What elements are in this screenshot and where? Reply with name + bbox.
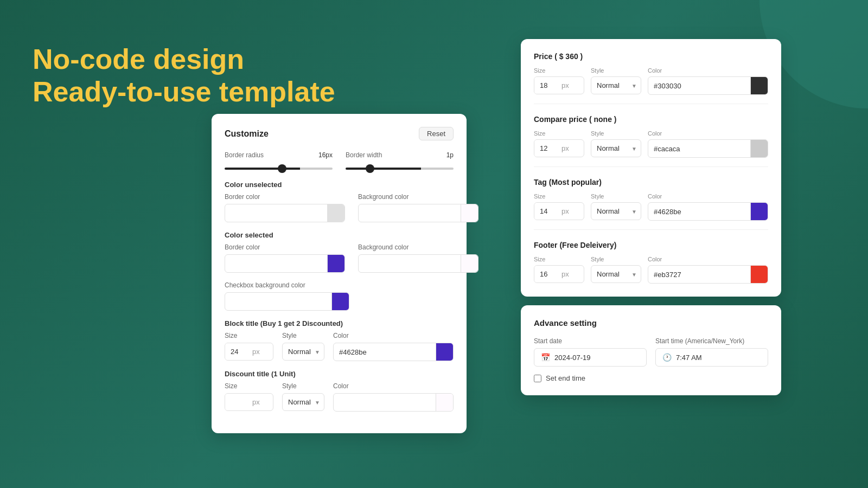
typo-title-tag: Tag (Most popular) [534, 178, 768, 187]
bg-color-unselected-text[interactable]: #fefafe [359, 205, 461, 222]
bg-color-unselected-swatch[interactable] [461, 204, 478, 222]
divider [534, 166, 768, 167]
typo-style-select-compare_price[interactable]: NormalBoldItalic [591, 139, 641, 157]
discount-style-wrapper: Normal Bold Italic ▼ [282, 393, 324, 411]
typo-style-col-compare_price: StyleNormalBoldItalic▼ [591, 130, 641, 157]
border-width-slider[interactable] [346, 168, 454, 170]
typo-row-tag: SizepxStyleNormalBoldItalic▼Color [534, 193, 768, 221]
start-time-value: 7:47 AM [676, 354, 702, 362]
block-title-size-text[interactable] [225, 343, 252, 360]
hero-section: No-code design Ready-to-use template [33, 43, 335, 108]
hero-line1: No-code design [33, 43, 335, 76]
start-date-input[interactable]: 📅 2024-07-19 [534, 348, 647, 367]
border-color-unselected-text[interactable]: #e0e0e0 [225, 205, 327, 222]
advance-row: Start date 📅 2024-07-19 Start time (Amer… [534, 337, 768, 367]
color-selected-row: Border color #4628be Background color #f… [225, 243, 454, 273]
discount-size-group: Size px [225, 382, 273, 411]
typo-size-text-tag[interactable] [534, 203, 561, 220]
discount-size-input: px [225, 393, 273, 411]
reset-button[interactable]: Reset [419, 127, 454, 140]
typo-size-text-price[interactable] [534, 77, 561, 94]
typo-style-select-price[interactable]: NormalBoldItalic [591, 76, 641, 94]
block-title-color-text[interactable] [334, 344, 436, 361]
checkbox-bg-label: Checkbox background color [225, 281, 454, 289]
block-title-color-swatch[interactable] [436, 343, 453, 361]
typo-style-select-tag[interactable]: NormalBoldItalic [591, 202, 641, 220]
typo-style-col-price: StyleNormalBoldItalic▼ [591, 67, 641, 94]
advance-title: Advance setting [534, 318, 768, 328]
hero-line2: Ready-to-use template [33, 76, 335, 108]
typo-color-col-tag: Color [648, 193, 768, 221]
typo-color-input-tag [648, 202, 768, 221]
set-end-time-checkbox[interactable] [534, 375, 541, 382]
typo-color-swatch-compare_price[interactable] [750, 140, 768, 157]
border-color-label: Border color [225, 193, 345, 201]
checkbox-bg-swatch[interactable] [331, 293, 349, 310]
discount-px: px [252, 394, 264, 410]
border-color-selected-swatch[interactable] [327, 255, 344, 272]
typo-size-text-footer[interactable] [534, 266, 561, 282]
bg-color-unselected-input: #fefafe [358, 204, 478, 222]
calendar-icon: 📅 [541, 353, 550, 362]
checkbox-bg-text[interactable]: #4628be [225, 293, 331, 310]
typo-color-swatch-footer[interactable] [750, 266, 768, 283]
typo-section-footer: Footer (Free Deleivery)SizepxStyleNormal… [534, 241, 768, 284]
border-radius-slider[interactable] [225, 168, 333, 170]
block-title-style-label: Style [282, 332, 324, 339]
discount-color-swatch[interactable] [436, 394, 453, 411]
typo-color-text-footer[interactable] [648, 266, 750, 283]
bg-color-selected-text[interactable]: #fefafe [359, 255, 461, 272]
color-unselected-row: Border color #e0e0e0 Background color #f… [225, 193, 454, 222]
border-color-unselected-swatch[interactable] [327, 204, 344, 222]
border-color-unselected-input: #e0e0e0 [225, 204, 345, 222]
divider [534, 104, 768, 104]
start-time-label: Start time (America/New_York) [655, 337, 768, 345]
panel-header: Customize Reset [225, 127, 454, 140]
border-radius-label: Border radius 16px [225, 151, 333, 159]
block-title-label: Block title (Buy 1 get 2 Discounted) [225, 319, 454, 328]
discount-style-select[interactable]: Normal Bold Italic [282, 393, 324, 411]
typo-color-text-tag[interactable] [648, 203, 750, 220]
typo-row-price: SizepxStyleNormalBoldItalic▼Color [534, 67, 768, 95]
hero-line2-highlight: template [219, 76, 335, 107]
typo-color-col-price: Color [648, 67, 768, 95]
border-color-selected-text[interactable]: #4628be [225, 255, 327, 272]
typo-size-input-footer: px [534, 265, 584, 283]
block-title-size-input: px [225, 343, 273, 361]
block-title-style-select[interactable]: Normal Bold Italic [282, 343, 324, 361]
start-time-input[interactable]: 🕐 7:47 AM [655, 348, 768, 367]
border-radius-group: Border radius 16px [225, 151, 333, 172]
bg-color-selected-swatch[interactable] [461, 255, 478, 272]
border-width-label: Border width 1p [346, 151, 454, 159]
bg-color-label: Background color [358, 193, 478, 201]
start-date-label: Start date [534, 337, 647, 345]
typo-section-tag: Tag (Most popular)SizepxStyleNormalBoldI… [534, 178, 768, 230]
discount-title-row: Size px Style Normal Bold Italic ▼ Color [225, 382, 454, 412]
typo-color-text-price[interactable] [648, 78, 750, 94]
bg-color-selected-input: #fefafe [358, 254, 478, 273]
bg-color-unselected-group: Background color #fefafe [358, 193, 478, 222]
color-selected-label: Color selected [225, 231, 454, 239]
discount-color-text[interactable] [334, 394, 436, 411]
typo-size-input-compare_price: px [534, 139, 584, 157]
typo-color-swatch-price[interactable] [750, 77, 768, 94]
border-width-group: Border width 1p [346, 151, 454, 172]
typo-size-text-compare_price[interactable] [534, 140, 561, 157]
border-color-selected-label: Border color [225, 243, 345, 251]
typo-style-select-footer[interactable]: NormalBoldItalic [591, 265, 641, 283]
bg-color-selected-label: Background color [358, 243, 478, 251]
block-title-color-input [333, 343, 454, 361]
discount-color-group: Color [333, 382, 454, 412]
typo-size-col-tag: Sizepx [534, 193, 584, 220]
typo-color-swatch-tag[interactable] [750, 203, 768, 220]
clock-icon: 🕐 [662, 353, 672, 362]
typo-color-input-compare_price [648, 139, 768, 158]
divider [534, 229, 768, 230]
typo-color-text-compare_price[interactable] [648, 140, 750, 157]
discount-size-label: Size [225, 382, 273, 390]
block-title-color-label: Color [333, 332, 454, 339]
typo-row-compare_price: SizepxStyleNormalBoldItalic▼Color [534, 130, 768, 158]
typo-title-footer: Footer (Free Deleivery) [534, 241, 768, 249]
discount-size-text[interactable] [225, 394, 252, 410]
border-color-selected-input: #4628be [225, 254, 345, 273]
